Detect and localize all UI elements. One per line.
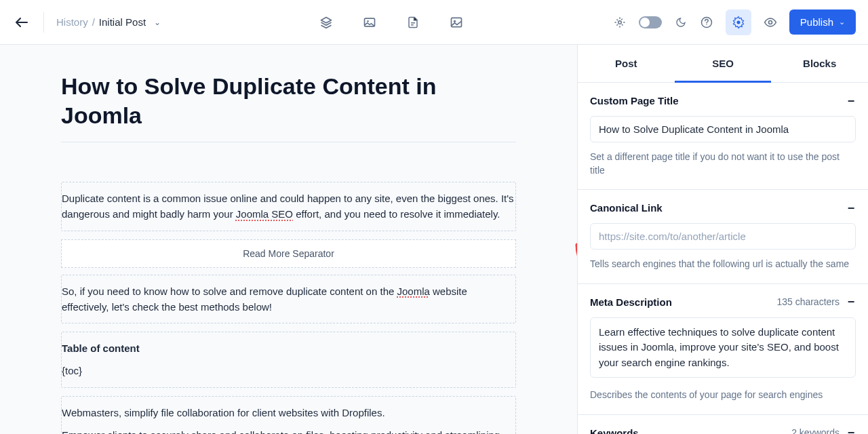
media-icon[interactable] [363, 16, 376, 29]
editor-pane: How to Solve Duplicate Content in Joomla… [0, 45, 577, 434]
svg-point-6 [736, 20, 740, 24]
collapse-icon[interactable]: − [846, 428, 856, 434]
breadcrumb[interactable]: History / Initial Post ⌄ [56, 16, 161, 28]
section-title: Meta Description [590, 296, 672, 308]
svg-point-3 [454, 20, 456, 22]
keyword-link[interactable]: Joomla [397, 285, 429, 297]
top-bar: History / Initial Post ⌄ [0, 0, 868, 45]
toolbar-right: Publish ⌄ [613, 9, 856, 35]
collapse-icon[interactable]: − [846, 96, 856, 106]
settings-sidebar: Post SEO Blocks Custom Page Title − Set … [577, 45, 868, 434]
back-button[interactable] [12, 13, 31, 32]
tab-post[interactable]: Post [578, 45, 675, 82]
section-title: Canonical Link [590, 202, 663, 214]
field-hint: Describes the contents of your page for … [590, 389, 856, 402]
section-keywords: Keywords 2 keywords − [578, 415, 868, 434]
breadcrumb-root: History [56, 16, 88, 28]
chevron-down-icon[interactable]: ⌄ [154, 18, 161, 27]
sidebar-tabs: Post SEO Blocks [578, 45, 868, 83]
toolbar-center [319, 16, 463, 29]
content-block[interactable]: Duplicate content is a common issue onli… [61, 182, 516, 231]
chevron-down-icon: ⌄ [839, 18, 845, 26]
content-block[interactable]: So, if you need to know how to solve and… [61, 275, 516, 324]
svg-point-4 [618, 20, 622, 24]
layers-icon[interactable] [319, 16, 333, 29]
help-icon[interactable] [700, 16, 713, 29]
svg-point-7 [768, 20, 772, 24]
field-hint: Set a different page title if you do not… [590, 151, 856, 177]
dark-mode-toggle[interactable] [639, 16, 662, 28]
content-block[interactable]: Table of content {toc} [61, 332, 516, 388]
document-icon[interactable] [406, 16, 420, 29]
image-icon[interactable] [450, 16, 463, 29]
collapse-icon[interactable]: − [846, 203, 856, 213]
moon-icon[interactable] [674, 16, 688, 29]
toc-token: {toc} [62, 363, 515, 378]
section-title: Keywords [590, 427, 639, 434]
toc-heading: Table of content [62, 340, 515, 356]
collapse-icon[interactable]: − [846, 297, 856, 307]
svg-point-1 [367, 20, 369, 22]
read-more-separator[interactable]: Read More Separator [61, 239, 516, 268]
preview-icon[interactable] [764, 16, 777, 29]
tab-seo[interactable]: SEO [675, 45, 772, 82]
breadcrumb-current: Initial Post [99, 16, 146, 28]
section-custom-title: Custom Page Title − Set a different page… [578, 83, 868, 190]
annotation-arrow-icon [570, 241, 577, 282]
meta-description-input[interactable]: Learn effective techniques to solve dupl… [590, 317, 856, 378]
publish-button[interactable]: Publish ⌄ [789, 9, 856, 35]
divider [43, 12, 44, 33]
section-canonical: Canonical Link − Tells search engines th… [578, 190, 868, 284]
settings-button[interactable] [726, 9, 751, 35]
gear-outline-icon[interactable] [613, 16, 627, 29]
canonical-input[interactable] [590, 223, 856, 250]
section-meta-description: Meta Description 135 characters − Learn … [578, 284, 868, 415]
workspace: How to Solve Duplicate Content in Joomla… [0, 45, 868, 434]
content-block[interactable]: Webmasters, simplify file collaboration … [61, 396, 516, 435]
section-title: Custom Page Title [590, 95, 679, 106]
char-count: 135 characters [776, 296, 840, 307]
tab-blocks[interactable]: Blocks [771, 45, 868, 82]
keyword-link[interactable]: Joomla SEO [236, 208, 293, 220]
post-title[interactable]: How to Solve Duplicate Content in Joomla [61, 72, 516, 142]
keyword-count: 2 keywords [791, 427, 840, 434]
custom-title-input[interactable] [590, 116, 856, 142]
field-hint: Tells search engines that the following … [590, 258, 856, 271]
